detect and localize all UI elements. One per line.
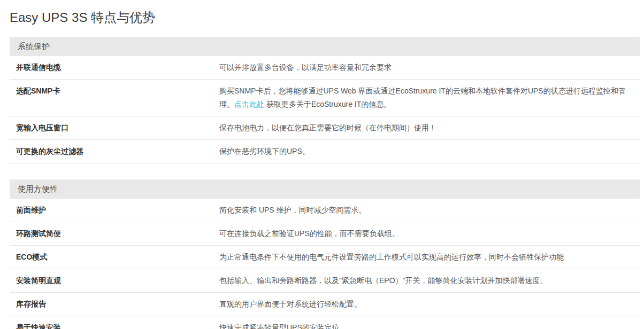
description-text: 保存电池电力，以便在您真正需要它的时候（在停电期间）使用！ [219,123,436,132]
description-text: 为正常通电条件下不使用的电气元件设置旁路的工作模式可以实现高的运行效率，同时不会… [219,253,564,261]
feature-label: 库存报告 [16,297,219,311]
feature-description: 为正常通电条件下不使用的电气元件设置旁路的工作模式可以实现高的运行效率，同时不会… [219,250,633,264]
inline-link[interactable]: 点击此处 [234,100,264,108]
feature-label: ECO模式 [16,250,219,264]
section-rows: 并联通信电缆 可以并排放置多台设备，以满足功率容量和冗余要求 选配SNMP卡 购… [10,56,640,163]
feature-row: 选配SNMP卡 购买SNMP卡后，您将能够通过UPS Web 界面或通过EcoS… [10,80,640,116]
section-rows: 前面维护 简化安装和 UPS 维护，同时减少空间需求。 环路测试简便 可在连接负… [10,199,640,329]
section-header: 系统保护 [10,37,640,56]
feature-label: 安装简明直观 [16,274,219,287]
feature-row: 安装简明直观 包括输入、输出和旁路断路器，以及"紧急断电（EPO）"开关，能够简… [10,269,640,293]
section-header-label: 系统保护 [18,42,50,51]
feature-description: 可在连接负载之前验证UPS的性能，而不需要负载组。 [219,227,633,240]
feature-row: ECO模式 为正常通电条件下不使用的电气元件设置旁路的工作模式可以实现高的运行效… [10,246,640,269]
feature-description: 简化安装和 UPS 维护，同时减少空间需求。 [219,203,633,217]
description-text: 获取更多关于EcoStruxure IT的信息。 [264,100,391,108]
feature-row: 库存报告 直观的用户界面便于对系统进行轻松配置。 [10,293,640,316]
feature-description: 直观的用户界面便于对系统进行轻松配置。 [219,297,633,311]
description-text: 简化安装和 UPS 维护，同时减少空间需求。 [219,206,366,214]
feature-label: 可更换的灰尘过滤器 [16,145,219,158]
feature-row: 并联通信电缆 可以并排放置多台设备，以满足功率容量和冗余要求 [10,56,640,80]
description-text: 直观的用户界面便于对系统进行轻松配置。 [219,300,362,308]
feature-section: 使用方便性 前面维护 简化安装和 UPS 维护，同时减少空间需求。 环路测试简便… [10,179,640,329]
feature-label: 环路测试简便 [16,227,219,240]
description-text: 快速完成紧凑轻量型UPS的安装定位。 [219,323,347,329]
feature-label: 前面维护 [16,203,219,217]
section-header: 使用方便性 [10,179,640,199]
feature-description: 保存电池电力，以便在您真正需要它的时候（在停电期间）使用！ [219,121,633,135]
feature-section: 系统保护 并联通信电缆 可以并排放置多台设备，以满足功率容量和冗余要求 选配SN… [10,37,640,163]
feature-description: 包括输入、输出和旁路断路器，以及"紧急断电（EPO）"开关，能够简化安装计划并加… [219,274,633,287]
feature-row: 易于快速安装 快速完成紧凑轻量型UPS的安装定位。 [10,316,640,329]
feature-label: 宽输入电压窗口 [16,121,219,135]
feature-description: 保护在恶劣环境下的UPS。 [219,145,633,158]
description-text: 保护在恶劣环境下的UPS。 [219,147,310,155]
page-title: Easy UPS 3S 特点与优势 [10,10,644,26]
description-text: 可在连接负载之前验证UPS的性能，而不需要负载组。 [219,229,400,238]
description-text: 可以并排放置多台设备，以满足功率容量和冗余要求 [219,63,392,72]
feature-label: 并联通信电缆 [16,61,219,74]
feature-row: 前面维护 简化安装和 UPS 维护，同时减少空间需求。 [10,199,640,222]
feature-description: 购买SNMP卡后，您将能够通过UPS Web 界面或通过EcoStruxure … [219,84,633,111]
feature-label: 选配SNMP卡 [16,84,219,98]
description-text: 包括输入、输出和旁路断路器，以及"紧急断电（EPO）"开关，能够简化安装计划并加… [219,276,548,285]
sections: 系统保护 并联通信电缆 可以并排放置多台设备，以满足功率容量和冗余要求 选配SN… [10,37,640,329]
feature-description: 可以并排放置多台设备，以满足功率容量和冗余要求 [219,61,633,74]
feature-row: 可更换的灰尘过滤器 保护在恶劣环境下的UPS。 [10,140,640,163]
feature-description: 快速完成紧凑轻量型UPS的安装定位。 [219,321,633,329]
feature-row: 环路测试简便 可在连接负载之前验证UPS的性能，而不需要负载组。 [10,222,640,246]
section-header-label: 使用方便性 [18,184,58,193]
feature-row: 宽输入电压窗口 保存电池电力，以便在您真正需要它的时候（在停电期间）使用！ [10,116,640,140]
feature-label: 易于快速安装 [16,321,219,329]
